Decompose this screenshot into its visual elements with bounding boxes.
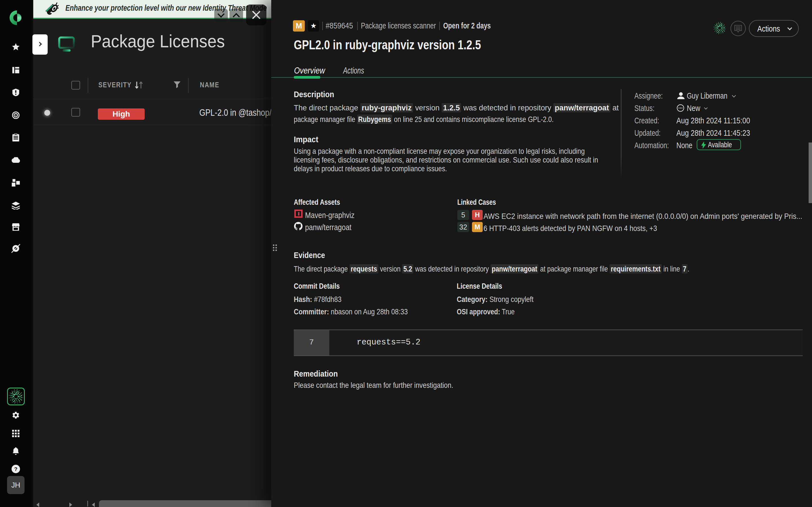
svg-text:?: ? — [14, 466, 17, 472]
